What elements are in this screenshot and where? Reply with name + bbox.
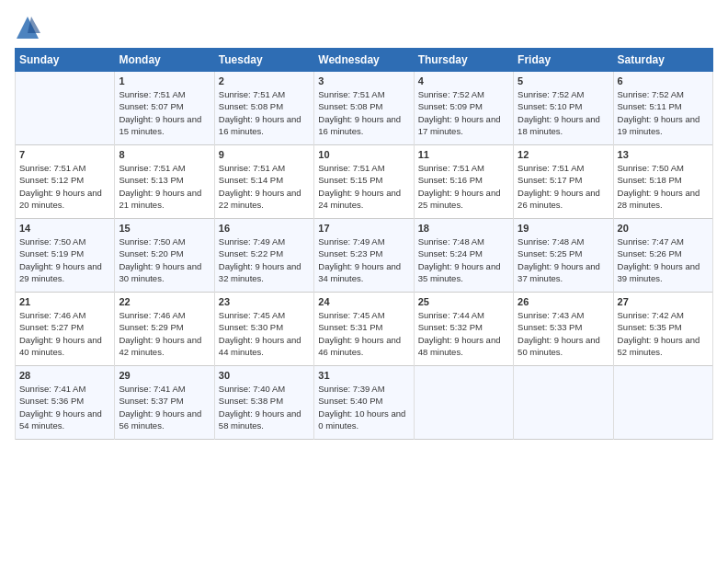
day-info: Sunrise: 7:45 AMSunset: 5:31 PMDaylight:… [318,309,409,358]
calendar-cell: 1 Sunrise: 7:51 AMSunset: 5:07 PMDayligh… [115,72,214,145]
calendar-cell: 30 Sunrise: 7:40 AMSunset: 5:38 PMDaylig… [214,366,313,440]
day-number: 30 [219,370,310,381]
day-info: Sunrise: 7:51 AMSunset: 5:07 PMDaylight:… [119,88,210,137]
day-number: 8 [119,149,210,160]
day-info: Sunrise: 7:47 AMSunset: 5:26 PMDaylight:… [618,236,709,284]
day-number: 21 [19,296,110,307]
calendar-cell: 24 Sunrise: 7:45 AMSunset: 5:31 PMDaylig… [314,293,414,366]
calendar-cell [514,366,613,440]
day-number: 19 [518,223,609,234]
page: SundayMondayTuesdayWednesdayThursdayFrid… [0,0,728,447]
calendar-cell: 15 Sunrise: 7:50 AMSunset: 5:20 PMDaylig… [115,219,214,293]
day-info: Sunrise: 7:43 AMSunset: 5:33 PMDaylight:… [518,309,609,358]
weekday-header: Friday [514,49,613,72]
calendar-cell: 17 Sunrise: 7:49 AMSunset: 5:23 PMDaylig… [314,219,414,293]
calendar-table: SundayMondayTuesdayWednesdayThursdayFrid… [15,48,713,440]
day-number: 4 [418,75,509,86]
day-number: 5 [518,75,609,86]
day-info: Sunrise: 7:51 AMSunset: 5:15 PMDaylight:… [318,162,409,211]
day-info: Sunrise: 7:49 AMSunset: 5:22 PMDaylight:… [219,236,310,284]
weekday-header: Tuesday [214,49,313,72]
calendar-cell: 3 Sunrise: 7:51 AMSunset: 5:08 PMDayligh… [314,72,414,145]
weekday-header: Monday [115,49,214,72]
calendar-cell: 4 Sunrise: 7:52 AMSunset: 5:09 PMDayligh… [414,72,513,145]
calendar-cell [613,366,712,440]
day-number: 12 [518,149,609,160]
calendar-cell: 14 Sunrise: 7:50 AMSunset: 5:19 PMDaylig… [16,219,115,293]
calendar-cell: 16 Sunrise: 7:49 AMSunset: 5:22 PMDaylig… [214,219,313,293]
calendar-cell: 20 Sunrise: 7:47 AMSunset: 5:26 PMDaylig… [613,219,712,293]
day-info: Sunrise: 7:40 AMSunset: 5:38 PMDaylight:… [219,383,310,431]
day-info: Sunrise: 7:50 AMSunset: 5:19 PMDaylight:… [19,236,110,284]
calendar-cell: 29 Sunrise: 7:41 AMSunset: 5:37 PMDaylig… [115,366,214,440]
day-number: 7 [19,149,110,160]
weekday-header: Sunday [16,49,115,72]
calendar-cell: 18 Sunrise: 7:48 AMSunset: 5:24 PMDaylig… [414,219,513,293]
day-number: 18 [418,223,509,234]
day-info: Sunrise: 7:46 AMSunset: 5:29 PMDaylight:… [119,309,210,358]
day-number: 1 [119,75,210,86]
calendar-cell: 5 Sunrise: 7:52 AMSunset: 5:10 PMDayligh… [514,72,613,145]
calendar-cell [414,366,513,440]
day-info: Sunrise: 7:51 AMSunset: 5:17 PMDaylight:… [518,162,609,211]
logo-icon [15,15,40,40]
day-info: Sunrise: 7:51 AMSunset: 5:12 PMDaylight:… [19,162,110,211]
day-info: Sunrise: 7:49 AMSunset: 5:23 PMDaylight:… [318,236,409,284]
calendar-cell: 13 Sunrise: 7:50 AMSunset: 5:18 PMDaylig… [613,145,712,219]
calendar-cell: 7 Sunrise: 7:51 AMSunset: 5:12 PMDayligh… [16,145,115,219]
day-number: 11 [418,149,509,160]
header [15,15,713,40]
day-info: Sunrise: 7:51 AMSunset: 5:08 PMDaylight:… [318,88,409,137]
day-info: Sunrise: 7:48 AMSunset: 5:24 PMDaylight:… [418,236,509,284]
calendar-cell: 6 Sunrise: 7:52 AMSunset: 5:11 PMDayligh… [613,72,712,145]
calendar-cell: 8 Sunrise: 7:51 AMSunset: 5:13 PMDayligh… [115,145,214,219]
day-info: Sunrise: 7:44 AMSunset: 5:32 PMDaylight:… [418,309,509,358]
day-number: 24 [318,296,409,307]
calendar-cell: 22 Sunrise: 7:46 AMSunset: 5:29 PMDaylig… [115,293,214,366]
calendar-cell: 12 Sunrise: 7:51 AMSunset: 5:17 PMDaylig… [514,145,613,219]
day-number: 28 [19,370,110,381]
day-number: 29 [119,370,210,381]
calendar-week-row: 28 Sunrise: 7:41 AMSunset: 5:36 PMDaylig… [16,366,713,440]
day-number: 3 [318,75,409,86]
day-number: 14 [19,223,110,234]
day-number: 31 [318,370,409,381]
day-info: Sunrise: 7:51 AMSunset: 5:14 PMDaylight:… [219,162,310,211]
calendar-cell: 25 Sunrise: 7:44 AMSunset: 5:32 PMDaylig… [414,293,513,366]
day-info: Sunrise: 7:52 AMSunset: 5:11 PMDaylight:… [618,88,709,137]
day-info: Sunrise: 7:51 AMSunset: 5:08 PMDaylight:… [219,88,310,137]
calendar-cell: 19 Sunrise: 7:48 AMSunset: 5:25 PMDaylig… [514,219,613,293]
day-info: Sunrise: 7:46 AMSunset: 5:27 PMDaylight:… [19,309,110,358]
day-number: 27 [618,296,709,307]
weekday-header: Wednesday [314,49,414,72]
day-number: 15 [119,223,210,234]
day-number: 22 [119,296,210,307]
day-number: 10 [318,149,409,160]
calendar-week-row: 14 Sunrise: 7:50 AMSunset: 5:19 PMDaylig… [16,219,713,293]
day-info: Sunrise: 7:50 AMSunset: 5:20 PMDaylight:… [119,236,210,284]
day-info: Sunrise: 7:39 AMSunset: 5:40 PMDaylight:… [318,383,409,431]
calendar-cell: 23 Sunrise: 7:45 AMSunset: 5:30 PMDaylig… [214,293,313,366]
day-info: Sunrise: 7:42 AMSunset: 5:35 PMDaylight:… [618,309,709,358]
day-number: 16 [219,223,310,234]
calendar-week-row: 7 Sunrise: 7:51 AMSunset: 5:12 PMDayligh… [16,145,713,219]
weekday-header: Thursday [414,49,513,72]
day-info: Sunrise: 7:51 AMSunset: 5:13 PMDaylight:… [119,162,210,211]
calendar-cell: 10 Sunrise: 7:51 AMSunset: 5:15 PMDaylig… [314,145,414,219]
calendar-week-row: 1 Sunrise: 7:51 AMSunset: 5:07 PMDayligh… [16,72,713,145]
day-info: Sunrise: 7:52 AMSunset: 5:10 PMDaylight:… [518,88,609,137]
calendar-cell: 9 Sunrise: 7:51 AMSunset: 5:14 PMDayligh… [214,145,313,219]
day-info: Sunrise: 7:51 AMSunset: 5:16 PMDaylight:… [418,162,509,211]
calendar-cell: 28 Sunrise: 7:41 AMSunset: 5:36 PMDaylig… [16,366,115,440]
weekday-header: Saturday [613,49,712,72]
day-info: Sunrise: 7:45 AMSunset: 5:30 PMDaylight:… [219,309,310,358]
calendar-cell: 27 Sunrise: 7:42 AMSunset: 5:35 PMDaylig… [613,293,712,366]
day-number: 26 [518,296,609,307]
day-info: Sunrise: 7:41 AMSunset: 5:37 PMDaylight:… [119,383,210,431]
calendar-cell [16,72,115,145]
day-number: 6 [618,75,709,86]
calendar-cell: 21 Sunrise: 7:46 AMSunset: 5:27 PMDaylig… [16,293,115,366]
logo [15,15,44,40]
header-row: SundayMondayTuesdayWednesdayThursdayFrid… [16,49,713,72]
day-number: 13 [618,149,709,160]
